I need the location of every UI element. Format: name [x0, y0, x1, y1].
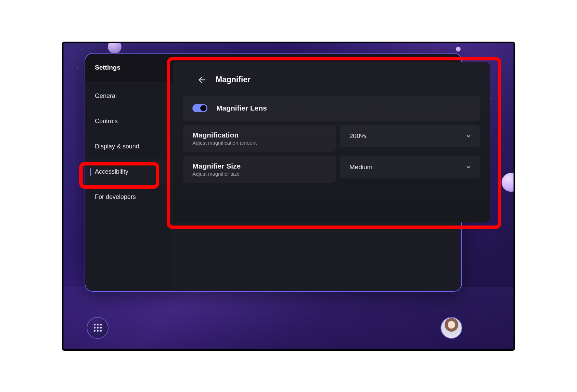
window-title: Settings: [95, 64, 120, 71]
chevron-down-icon: [465, 133, 472, 139]
back-button[interactable]: [197, 74, 207, 85]
grid-icon: [94, 324, 102, 332]
sidebar-item-accessibility[interactable]: Accessibility: [85, 159, 171, 185]
setting-label: Magnifier Size: [192, 162, 241, 170]
settings-sidebar: General Controls Display & sound Accessi…: [85, 82, 171, 291]
dropdown-value: Medium: [349, 163, 373, 171]
sidebar-item-label: For developers: [95, 193, 136, 201]
avatar-icon: [441, 318, 462, 338]
sidebar-item-display-sound[interactable]: Display & sound: [85, 134, 171, 159]
arrow-left-icon: [198, 75, 206, 84]
sidebar-item-label: Display & sound: [95, 143, 139, 150]
desktop-background: Settings General Controls Display & soun…: [63, 43, 514, 349]
sidebar-item-controls[interactable]: Controls: [85, 109, 171, 134]
sidebar-item-for-developers[interactable]: For developers: [85, 185, 171, 210]
sidebar-item-label: Controls: [95, 118, 118, 125]
magnifier-size-dropdown[interactable]: Medium: [340, 156, 480, 178]
planet-decoration: [108, 43, 121, 54]
planet-decoration-small: [456, 47, 461, 52]
magnification-dropdown[interactable]: 200%: [340, 125, 480, 147]
setting-label: Magnifier Lens: [216, 104, 267, 112]
setting-row-magnification: Magnification Adjust magnification amoun…: [183, 125, 480, 152]
profile-avatar-button[interactable]: [441, 317, 462, 339]
panel-title: Magnifier: [216, 75, 250, 84]
sidebar-item-label: Accessibility: [95, 168, 128, 175]
magnifier-lens-toggle[interactable]: [192, 104, 207, 112]
dropdown-value: 200%: [349, 132, 366, 140]
apps-grid-button[interactable]: [87, 317, 109, 339]
sidebar-item-label: General: [95, 92, 117, 100]
setting-sublabel: Adjust magnifier size: [192, 171, 241, 177]
chevron-down-icon: [465, 164, 472, 170]
setting-label: Magnification: [192, 131, 257, 139]
sidebar-item-general[interactable]: General: [85, 84, 171, 109]
setting-row-magnifier-lens[interactable]: Magnifier Lens: [183, 96, 480, 121]
setting-row-magnifier-size: Magnifier Size Adjust magnifier size Med…: [183, 156, 480, 183]
setting-sublabel: Adjust magnification amount: [192, 140, 257, 146]
planet-decoration-right: [502, 173, 514, 192]
magnifier-panel: Magnifier Magnifier Lens Magnification A…: [173, 62, 490, 222]
